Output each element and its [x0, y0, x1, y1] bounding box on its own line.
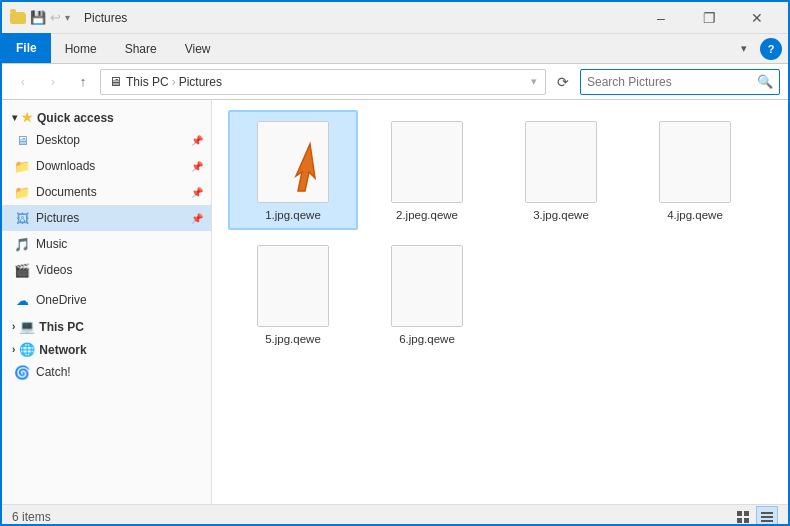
list-view-button[interactable]	[732, 506, 754, 527]
sidebar-item-label: Desktop	[36, 133, 80, 147]
network-icon: 🌐	[19, 342, 35, 357]
file-item[interactable]: 3.jpg.qewe	[496, 110, 626, 230]
quick-save-icon[interactable]: 💾	[30, 10, 46, 25]
pin-icon: 📌	[191, 187, 203, 198]
search-box: 🔍	[580, 69, 780, 95]
file-thumbnail	[659, 121, 731, 203]
network-label[interactable]: › 🌐 Network	[2, 336, 211, 359]
search-icon[interactable]: 🔍	[757, 74, 773, 89]
path-thispc[interactable]: This PC	[126, 75, 169, 89]
quick-undo-icon[interactable]: ↩	[50, 10, 61, 25]
file-item[interactable]: 6.jpg.qewe	[362, 234, 492, 354]
music-icon: 🎵	[14, 236, 30, 252]
file-name: 2.jpeg.qewe	[396, 209, 458, 221]
sidebar-item-onedrive[interactable]: ☁ OneDrive	[2, 287, 211, 313]
svg-rect-1	[737, 511, 742, 516]
file-thumbnail	[257, 121, 329, 203]
file-item[interactable]: 4.jpg.qewe	[630, 110, 760, 230]
title-bar-left: 💾 ↩ ▾ Pictures	[10, 10, 127, 26]
star-icon: ★	[21, 110, 33, 125]
address-path[interactable]: 🖥 This PC › Pictures ▾	[100, 69, 546, 95]
sidebar-item-label: Videos	[36, 263, 72, 277]
title-bar-controls: – ❐ ✕	[638, 2, 780, 34]
onedrive-icon: ☁	[14, 292, 30, 308]
chevron-right-icon: ›	[12, 321, 15, 332]
title-bar: 💾 ↩ ▾ Pictures – ❐ ✕	[2, 2, 788, 34]
help-button[interactable]: ?	[760, 38, 782, 60]
docs-icon: 📁	[14, 184, 30, 200]
file-thumbnail	[257, 245, 329, 327]
sidebar-item-documents[interactable]: 📁 Documents 📌	[2, 179, 211, 205]
quick-dropdown-icon[interactable]: ▾	[65, 12, 70, 23]
item-count: 6 items	[12, 510, 51, 524]
file-thumbnail	[525, 121, 597, 203]
file-grid: 1.jpg.qewe 2.jpeg.qewe 3.jpg.qewe	[228, 110, 772, 354]
sidebar-item-pictures[interactable]: 🖼 Pictures 📌	[2, 205, 211, 231]
sidebar-item-label: Catch!	[36, 365, 71, 379]
sidebar-item-desktop[interactable]: 🖥 Desktop 📌	[2, 127, 211, 153]
close-button[interactable]: ✕	[734, 2, 780, 34]
sidebar-item-label: OneDrive	[36, 293, 87, 307]
svg-rect-5	[761, 512, 773, 514]
up-button[interactable]: ↑	[70, 69, 96, 95]
file-item[interactable]: 2.jpeg.qewe	[362, 110, 492, 230]
pin-icon: 📌	[191, 161, 203, 172]
sidebar-item-catch[interactable]: 🌀 Catch!	[2, 359, 211, 385]
tab-view[interactable]: View	[171, 34, 225, 63]
tab-home[interactable]: Home	[51, 34, 111, 63]
file-name: 1.jpg.qewe	[265, 209, 321, 221]
forward-button[interactable]: ›	[40, 69, 66, 95]
chevron-right-icon: ›	[12, 344, 15, 355]
ribbon-tabs: File Home Share View ▾ ?	[2, 34, 788, 64]
sidebar-item-label: Pictures	[36, 211, 79, 225]
tab-share[interactable]: Share	[111, 34, 171, 63]
quick-icons: 💾 ↩ ▾	[10, 10, 70, 26]
pin-icon: 📌	[191, 135, 203, 146]
videos-icon: 🎬	[14, 262, 30, 278]
quick-access-label[interactable]: ▾ ★ Quick access	[2, 104, 211, 127]
pictures-icon: 🖼	[14, 210, 30, 226]
svg-rect-3	[737, 518, 742, 523]
minimize-button[interactable]: –	[638, 2, 684, 34]
folder-icon	[10, 10, 26, 26]
path-dropdown-icon[interactable]: ▾	[531, 75, 537, 88]
tab-file[interactable]: File	[2, 33, 51, 63]
refresh-button[interactable]: ⟳	[550, 69, 576, 95]
svg-rect-2	[744, 511, 749, 516]
maximize-button[interactable]: ❐	[686, 2, 732, 34]
file-name: 6.jpg.qewe	[399, 333, 455, 345]
path-breadcrumb-icon: 🖥	[109, 74, 122, 89]
svg-rect-4	[744, 518, 749, 523]
chevron-down-icon: ▾	[12, 112, 17, 123]
grid-view-button[interactable]	[756, 506, 778, 527]
thispc-icon: 💻	[19, 319, 35, 334]
file-item[interactable]: 5.jpg.qewe	[228, 234, 358, 354]
file-name: 5.jpg.qewe	[265, 333, 321, 345]
address-bar: ‹ › ↑ 🖥 This PC › Pictures ▾ ⟳ 🔍	[2, 64, 788, 100]
file-name: 3.jpg.qewe	[533, 209, 589, 221]
sidebar-item-videos[interactable]: 🎬 Videos	[2, 257, 211, 283]
ribbon-collapse-btn[interactable]: ▾	[732, 37, 756, 61]
sidebar-item-downloads[interactable]: 📁 Downloads 📌	[2, 153, 211, 179]
sidebar-item-music[interactable]: 🎵 Music	[2, 231, 211, 257]
file-thumbnail	[391, 245, 463, 327]
sidebar-item-label: Documents	[36, 185, 97, 199]
ribbon-right: ▾ ?	[732, 34, 788, 63]
path-pictures[interactable]: Pictures	[179, 75, 222, 89]
pin-icon: 📌	[191, 213, 203, 224]
status-bar: 6 items	[2, 504, 788, 526]
this-pc-label[interactable]: › 💻 This PC	[2, 313, 211, 336]
search-input[interactable]	[587, 75, 753, 89]
downloads-icon: 📁	[14, 158, 30, 174]
sidebar: ▾ ★ Quick access 🖥 Desktop 📌 📁 Downloads…	[2, 100, 212, 504]
back-button[interactable]: ‹	[10, 69, 36, 95]
desktop-icon: 🖥	[14, 132, 30, 148]
file-item[interactable]: 1.jpg.qewe	[228, 110, 358, 230]
catch-icon: 🌀	[14, 364, 30, 380]
svg-rect-6	[761, 516, 773, 518]
file-thumbnail	[391, 121, 463, 203]
file-area: 1.jpg.qewe 2.jpeg.qewe 3.jpg.qewe	[212, 100, 788, 504]
file-name: 4.jpg.qewe	[667, 209, 723, 221]
window-title: Pictures	[84, 11, 127, 25]
svg-rect-7	[761, 520, 773, 522]
